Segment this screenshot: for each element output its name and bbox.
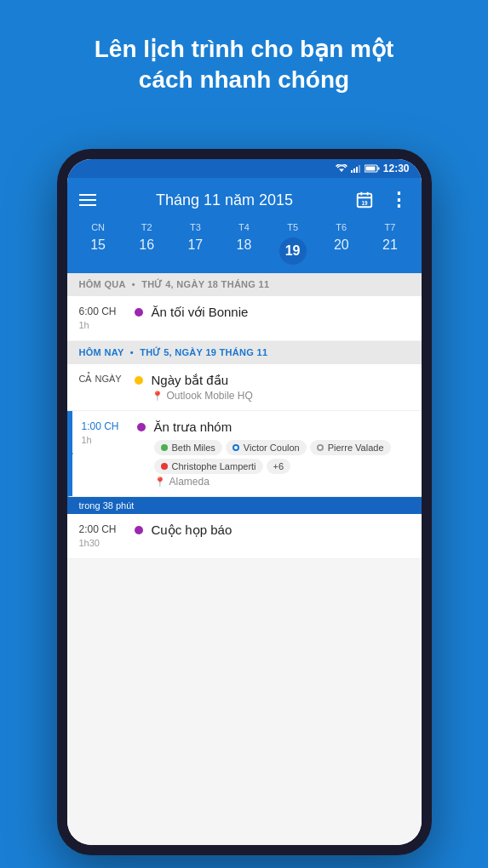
event-press-time-main: 2:00 CH — [79, 523, 126, 537]
attendee-dot-christophe — [161, 463, 168, 470]
event-content-allday: Ngày bắt đầu 📍 Outlook Mobile HQ — [152, 373, 410, 402]
svg-marker-0 — [339, 169, 344, 173]
event-time-main-1: 6:00 CH — [79, 305, 126, 319]
event-subtitle-allday: 📍 Outlook Mobile HQ — [152, 390, 410, 402]
event-time-allday: CẢ NGÀY — [79, 373, 126, 385]
event-time-sub-1: 1h — [79, 319, 126, 332]
cal-date-16[interactable]: 16 — [123, 237, 171, 265]
current-event-indicator — [68, 448, 73, 459]
next-event-text: trong 38 phút — [79, 500, 135, 511]
day-header-t4: T4 — [220, 222, 268, 232]
event-lunch-time-main: 1:00 CH — [82, 420, 129, 434]
event-lunch-time-sub: 1h — [82, 434, 129, 447]
header-icons: 19 ⋮ — [353, 189, 410, 211]
event-start-day[interactable]: CẢ NGÀY Ngày bắt đầu 📍 Outlook Mobile HQ — [67, 364, 422, 411]
attendee-christophe: Christophe Lamperti — [154, 459, 263, 474]
event-press-time-sub: 1h30 — [79, 537, 126, 550]
more-menu-icon[interactable]: ⋮ — [388, 189, 410, 211]
signal-icon — [351, 164, 361, 173]
event-dinner-bonnie[interactable]: 6:00 CH 1h Ăn tối với Bonnie — [67, 296, 422, 341]
event-title-lunch: Ăn trưa nhóm — [154, 420, 410, 435]
battery-icon — [365, 164, 380, 173]
headline-line1: Lên lịch trình cho bạn một — [95, 36, 394, 62]
day-header-t6: T6 — [317, 222, 365, 232]
cal-date-15[interactable]: 15 — [74, 237, 123, 265]
section-today-date: THỨ 5, NGÀY 19 THÁNG 11 — [140, 347, 267, 357]
attendee-dot-beth — [161, 444, 168, 451]
event-time-1: 6:00 CH 1h — [79, 305, 126, 332]
hamburger-menu[interactable] — [79, 194, 96, 206]
event-dot-1 — [135, 308, 143, 317]
calendar-day-headers: CN T2 T3 T4 T5 T6 T7 — [67, 222, 422, 237]
event-dot-press — [135, 526, 143, 534]
phone-screen: 12:30 Tháng 11 năm 2015 19 — [67, 159, 422, 845]
attendee-name-beth: Beth Miles — [172, 443, 215, 453]
attendee-victor: Victor Coulon — [226, 440, 307, 455]
attendee-pierre: Pierre Valade — [310, 440, 391, 455]
schedule-list: HÔM QUA • THỨ 4, NGÀY 18 THÁNG 11 6:00 C… — [67, 273, 422, 845]
svg-rect-7 — [365, 167, 375, 171]
attendee-more: +6 — [267, 459, 291, 474]
svg-rect-2 — [353, 168, 355, 173]
cal-date-21[interactable]: 21 — [365, 237, 414, 265]
attendee-name-christophe: Christophe Lamperti — [172, 461, 256, 471]
svg-rect-4 — [359, 165, 360, 173]
section-yesterday: HÔM QUA • THỨ 4, NGÀY 18 THÁNG 11 — [67, 273, 422, 296]
cal-date-18[interactable]: 18 — [220, 237, 268, 265]
section-today-label: HÔM NAY — [79, 347, 124, 357]
event-title-allday: Ngày bắt đầu — [152, 373, 410, 388]
event-allday-label: CẢ NGÀY — [79, 373, 126, 385]
phone-frame: 12:30 Tháng 11 năm 2015 19 — [57, 149, 432, 855]
app-header: Tháng 11 năm 2015 19 ⋮ — [67, 178, 422, 222]
attendee-dot-victor — [233, 444, 239, 451]
day-header-t5: T5 — [268, 222, 317, 232]
svg-rect-1 — [351, 170, 353, 173]
location-icon-allday: 📍 — [152, 391, 164, 402]
attendee-name-pierre: Pierre Valade — [328, 443, 384, 453]
time-display: 12:30 — [383, 163, 410, 174]
cal-date-20[interactable]: 20 — [317, 237, 365, 265]
cal-date-19-today[interactable]: 19 — [268, 237, 317, 265]
svg-rect-3 — [356, 167, 358, 173]
event-press-conf[interactable]: 2:00 CH 1h30 Cuộc họp báo — [67, 514, 422, 559]
event-time-press: 2:00 CH 1h30 — [79, 523, 126, 550]
calendar-icon[interactable]: 19 — [353, 189, 376, 211]
section-today: HÔM NAY • THỨ 5, NGÀY 19 THÁNG 11 — [67, 341, 422, 364]
attendee-name-victor: Victor Coulon — [244, 443, 300, 453]
svg-text:19: 19 — [361, 200, 368, 206]
status-bar: 12:30 — [67, 159, 422, 178]
headline: Lên lịch trình cho bạn một cách nhanh ch… — [0, 34, 488, 96]
attendees-list: Beth Miles Victor Coulon Pierre Valade — [154, 440, 410, 474]
header-title: Tháng 11 năm 2015 — [156, 191, 293, 209]
svg-rect-6 — [377, 168, 379, 170]
event-dot-allday — [135, 376, 143, 385]
attendee-dot-pierre — [317, 444, 324, 451]
calendar-dates-row: 15 16 17 18 19 20 21 — [67, 237, 422, 273]
event-dot-lunch — [137, 423, 146, 431]
status-icons: 12:30 — [336, 163, 410, 174]
day-header-t7: T7 — [365, 222, 414, 232]
event-content-press: Cuộc họp báo — [152, 523, 410, 540]
section-yesterday-date: THỨ 4, NGÀY 18 THÁNG 11 — [141, 279, 269, 289]
event-title-1: Ăn tối với Bonnie — [152, 305, 410, 320]
event-subtitle-lunch: 📍 Alameda — [154, 476, 410, 488]
day-header-t3: T3 — [171, 222, 220, 232]
headline-line2: cách nhanh chóng — [139, 66, 349, 93]
day-header-cn: CN — [74, 222, 123, 232]
section-yesterday-label: HÔM QUA — [79, 279, 126, 289]
next-event-banner: trong 38 phút — [67, 497, 422, 514]
wifi-icon — [336, 164, 347, 173]
event-title-press: Cuộc họp báo — [152, 523, 410, 538]
event-content-lunch: Ăn trưa nhóm Beth Miles Victor Coulon — [154, 420, 410, 488]
event-lunch-group[interactable]: 1:00 CH 1h Ăn trưa nhóm Beth Miles Victo… — [67, 411, 422, 497]
day-header-t2: T2 — [123, 222, 171, 232]
cal-date-17[interactable]: 17 — [171, 237, 220, 265]
location-icon-lunch: 📍 — [154, 477, 166, 488]
attendee-beth: Beth Miles — [154, 440, 222, 455]
event-content-1: Ăn tối với Bonnie — [152, 305, 410, 322]
event-time-lunch: 1:00 CH 1h — [82, 420, 129, 447]
